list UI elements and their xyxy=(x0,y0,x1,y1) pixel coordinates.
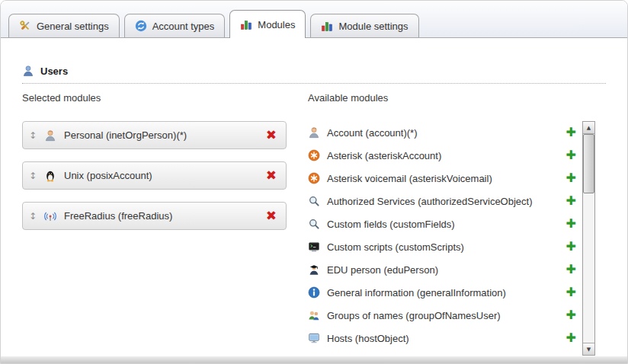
scrollbar-thumb[interactable] xyxy=(583,134,594,193)
available-module-row: Authorized Services (authorizedServiceOb… xyxy=(308,190,578,212)
host-icon xyxy=(308,332,320,344)
person-icon xyxy=(308,126,320,139)
section-title: Users xyxy=(40,65,68,77)
available-module-label: Custom scripts (customScripts) xyxy=(327,241,559,253)
available-module-label: Groups of names (groupOfNamesUser) xyxy=(327,310,559,321)
available-modules-column: Available modules Account (account)(*) ✚ xyxy=(308,92,597,350)
add-module-button[interactable]: ✚ xyxy=(566,149,578,161)
antenna-icon xyxy=(44,210,56,222)
selected-modules-heading: Selected modules xyxy=(22,92,287,104)
add-module-button[interactable]: ✚ xyxy=(566,286,578,299)
tab-label: Module settings xyxy=(338,21,408,32)
bar-chart-icon xyxy=(321,20,333,32)
bottom-edge xyxy=(1,356,627,363)
add-module-button[interactable]: ✚ xyxy=(566,309,578,321)
selected-module-row-freeradius[interactable]: ↕ FreeRadius (freeRadius) ✖ xyxy=(22,202,287,230)
available-module-label: Asterisk voicemail (asteriskVoicemail) xyxy=(327,173,559,184)
person-icon xyxy=(44,129,56,142)
users-icon xyxy=(22,65,34,77)
info-icon xyxy=(308,286,320,299)
add-module-button[interactable]: ✚ xyxy=(566,218,578,230)
selected-module-label: FreeRadius (freeRadius) xyxy=(64,210,264,222)
available-module-label: Asterisk (asteriskAccount) xyxy=(327,150,559,161)
asterisk-icon xyxy=(308,172,320,184)
drag-handle-icon[interactable]: ↕ xyxy=(29,211,44,222)
selected-modules-column: Selected modules ↕ Personal (inetOrgPers… xyxy=(22,92,287,242)
available-module-label: General information (generalInformation) xyxy=(327,287,559,299)
available-module-row: General information (generalInformation)… xyxy=(308,281,578,304)
tools-icon xyxy=(19,20,31,32)
tab-bar: General settings Account types xyxy=(1,1,627,38)
selected-module-label: Unix (posixAccount) xyxy=(64,170,264,181)
add-module-button[interactable]: ✚ xyxy=(566,126,578,139)
tab-general-settings[interactable]: General settings xyxy=(8,14,120,37)
add-module-button[interactable]: ✚ xyxy=(566,332,578,344)
available-module-label: Hosts (hostObject) xyxy=(327,333,559,344)
bar-chart-icon xyxy=(240,18,252,30)
available-modules-list: Account (account)(*) ✚ Asterisk (asteris… xyxy=(308,121,578,350)
penguin-icon xyxy=(44,170,56,182)
remove-module-button[interactable]: ✖ xyxy=(264,209,278,222)
available-module-label: Authorized Services (authorizedServiceOb… xyxy=(327,196,559,207)
magnifier-icon xyxy=(308,195,320,207)
tab-label: Modules xyxy=(258,19,295,30)
section-heading: Users xyxy=(22,65,606,84)
available-module-label: Custom fields (customFields) xyxy=(327,219,559,230)
scrollbar[interactable]: ▲ ▼ xyxy=(582,121,595,356)
available-module-label: EDU person (eduPerson) xyxy=(327,264,559,276)
tab-account-types[interactable]: Account types xyxy=(124,14,226,37)
magnifier-icon xyxy=(308,218,320,230)
selected-modules-list: ↕ Personal (inetOrgPerson)(*) ✖ ↕ xyxy=(22,121,287,230)
edu-person-icon xyxy=(308,263,320,276)
tab-module-settings[interactable]: Module settings xyxy=(310,14,418,37)
add-module-button[interactable]: ✚ xyxy=(566,195,578,207)
tab-label: Account types xyxy=(152,21,215,32)
remove-module-button[interactable]: ✖ xyxy=(264,169,278,182)
selected-module-label: Personal (inetOrgPerson)(*) xyxy=(64,129,264,141)
config-page: General settings Account types xyxy=(0,0,628,364)
scrollbar-track[interactable] xyxy=(583,134,594,343)
asterisk-icon xyxy=(308,149,320,161)
scroll-up-button[interactable]: ▲ xyxy=(583,122,594,134)
refresh-icon xyxy=(135,20,147,32)
add-module-button[interactable]: ✚ xyxy=(566,241,578,253)
add-module-button[interactable]: ✚ xyxy=(566,263,578,276)
available-module-row: EDU person (eduPerson) ✚ xyxy=(308,258,578,281)
terminal-icon xyxy=(308,241,320,253)
scroll-down-button[interactable]: ▼ xyxy=(583,343,594,355)
available-module-row: Groups of names (groupOfNamesUser) ✚ xyxy=(308,304,578,327)
available-module-row: Custom fields (customFields) ✚ xyxy=(308,212,578,235)
available-module-label: Account (account)(*) xyxy=(327,127,559,139)
add-module-button[interactable]: ✚ xyxy=(566,172,578,184)
group-icon xyxy=(308,309,320,321)
drag-handle-icon[interactable]: ↕ xyxy=(29,171,44,181)
tab-label: General settings xyxy=(37,21,109,32)
selected-module-row-unix[interactable]: ↕ Unix (posixAccount) ✖ xyxy=(22,161,287,190)
selected-module-row-personal[interactable]: ↕ Personal (inetOrgPerson)(*) ✖ xyxy=(22,121,287,149)
available-modules-heading: Available modules xyxy=(308,92,597,104)
drag-handle-icon[interactable]: ↕ xyxy=(29,130,44,141)
tab-modules[interactable]: Modules xyxy=(229,10,306,38)
remove-module-button[interactable]: ✖ xyxy=(264,129,278,142)
available-module-row: Account (account)(*) ✚ xyxy=(308,121,578,144)
available-module-row: Asterisk (asteriskAccount) ✚ xyxy=(308,144,578,167)
available-module-row: Custom scripts (customScripts) ✚ xyxy=(308,235,578,258)
available-module-row: Asterisk voicemail (asteriskVoicemail) ✚ xyxy=(308,167,578,190)
available-module-row: Hosts (hostObject) ✚ xyxy=(308,327,578,350)
